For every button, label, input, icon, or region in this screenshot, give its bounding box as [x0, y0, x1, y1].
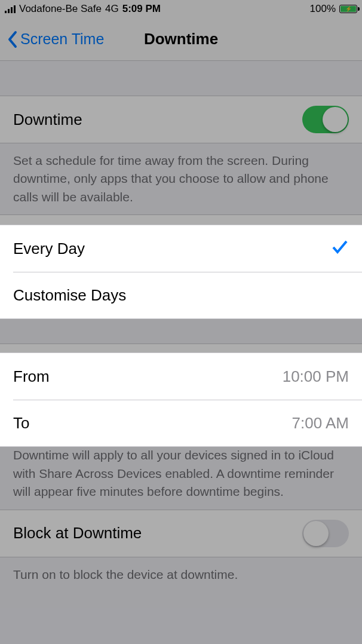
block-label: Block at Downtime	[13, 524, 142, 542]
every-day-label: Every Day	[13, 240, 85, 258]
downtime-switch[interactable]	[302, 106, 349, 133]
battery-icon: ⚡	[339, 5, 357, 13]
downtime-description: Set a schedule for time away from the sc…	[0, 143, 362, 214]
from-value: 10:00 PM	[283, 367, 349, 386]
nav-bar: Screen Time Downtime	[0, 18, 362, 61]
to-value: 7:00 AM	[292, 414, 349, 433]
status-bar: Vodafone-Be Safe 4G 5:09 PM 100% ⚡	[0, 0, 362, 18]
downtime-toggle-row: Downtime	[0, 96, 362, 143]
network-label: 4G	[105, 3, 119, 15]
to-row[interactable]: To 7:00 AM	[0, 400, 362, 446]
downtime-label: Downtime	[13, 111, 82, 129]
customise-days-row[interactable]: Customise Days	[0, 272, 362, 318]
every-day-row[interactable]: Every Day	[0, 225, 362, 272]
block-at-downtime-row: Block at Downtime	[0, 510, 362, 557]
clock: 5:09 PM	[122, 3, 161, 15]
checkmark-icon	[331, 238, 349, 260]
back-button[interactable]: Screen Time	[7, 30, 104, 48]
signal-icon	[5, 5, 16, 13]
to-label: To	[13, 414, 29, 433]
block-switch[interactable]	[302, 520, 349, 547]
from-row[interactable]: From 10:00 PM	[0, 353, 362, 400]
block-note: Turn on to block the device at downtime.	[0, 557, 362, 592]
from-label: From	[13, 367, 50, 386]
customise-days-label: Customise Days	[13, 286, 126, 305]
carrier-label: Vodafone-Be Safe	[19, 3, 102, 15]
devices-note: Downtime will apply to all your devices …	[0, 438, 362, 509]
back-label: Screen Time	[20, 30, 104, 48]
chevron-left-icon	[7, 30, 18, 48]
battery-percent: 100%	[310, 3, 336, 15]
